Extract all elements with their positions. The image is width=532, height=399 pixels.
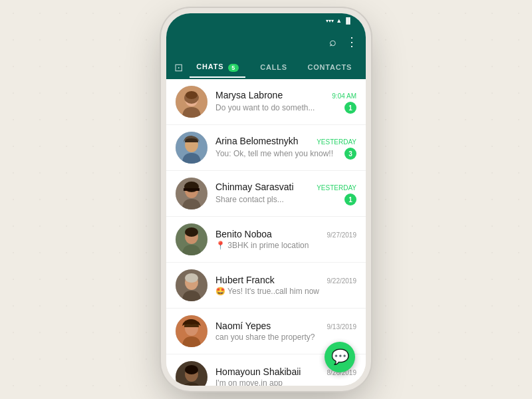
status-bar: ▾▾▾ ▲ ▐▌ bbox=[166, 13, 366, 28]
chat-bottom: 📍 3BHK in prime location bbox=[215, 241, 356, 250]
app-header: ⌕ ⋮ ⊡ CHATS 5 CALLS CONTACTS bbox=[166, 28, 366, 79]
avatar bbox=[176, 223, 207, 255]
chat-time: 9/27/2019 bbox=[327, 231, 357, 239]
chat-time: YESTERDAY bbox=[317, 138, 356, 146]
chat-top: Naomí Yepes 9/13/2019 bbox=[215, 321, 356, 331]
chat-time: 9:04 AM bbox=[332, 92, 356, 100]
chat-bottom: Do you want to do someth... 1 bbox=[215, 102, 356, 114]
chat-name: Chinmay Sarasvati bbox=[215, 182, 294, 192]
chat-content: Hubert Franck 9/22/2019 🤩 Yes! It's true… bbox=[215, 275, 356, 296]
chat-top: Marysa Labrone 9:04 AM bbox=[215, 90, 356, 100]
chats-badge: 5 bbox=[228, 64, 239, 72]
chat-item[interactable]: Benito Noboa 9/27/2019 📍 3BHK in prime l… bbox=[166, 217, 366, 263]
chat-name: Arina Belomestnykh bbox=[215, 136, 299, 146]
chat-preview: You: Ok, tell me when you know!! bbox=[215, 149, 340, 158]
chat-time: YESTERDAY bbox=[317, 184, 356, 192]
tabs: ⊡ CHATS 5 CALLS CONTACTS bbox=[174, 56, 358, 79]
svg-point-15 bbox=[185, 273, 198, 283]
avatar bbox=[176, 361, 207, 386]
chat-item[interactable]: Chinmay Sarasvati YESTERDAY Share contac… bbox=[166, 171, 366, 217]
chat-top: Arina Belomestnykh YESTERDAY bbox=[215, 136, 356, 146]
unread-badge: 3 bbox=[344, 148, 356, 160]
chat-content: Benito Noboa 9/27/2019 📍 3BHK in prime l… bbox=[215, 229, 356, 250]
chat-bottom: 🤩 Yes! It's true..call him now bbox=[215, 287, 356, 296]
chat-preview: Do you want to do someth... bbox=[215, 103, 340, 112]
battery-icon: ▐▌ bbox=[344, 17, 352, 24]
menu-icon[interactable]: ⋮ bbox=[346, 35, 358, 49]
chat-bottom: can you share the property? bbox=[215, 332, 356, 342]
avatar bbox=[176, 178, 207, 209]
chat-bottom: I'm on move.in app bbox=[215, 378, 356, 386]
chat-content: Naomí Yepes 9/13/2019 can you share the … bbox=[215, 321, 356, 342]
chat-top: Benito Noboa 9/27/2019 bbox=[215, 229, 356, 239]
compose-fab[interactable]: 💬 bbox=[325, 342, 355, 372]
avatar bbox=[176, 132, 207, 164]
header-actions: ⌕ ⋮ bbox=[329, 35, 358, 49]
tab-contacts[interactable]: CONTACTS bbox=[302, 58, 358, 78]
chat-name: Hubert Franck bbox=[215, 275, 275, 285]
svg-point-12 bbox=[185, 227, 198, 237]
chat-item[interactable]: Marysa Labrone 9:04 AM Do you want to do… bbox=[166, 79, 366, 125]
avatar bbox=[176, 315, 207, 347]
chat-time: 9/13/2019 bbox=[327, 323, 357, 331]
chat-bottom: Share contact pls... 1 bbox=[215, 194, 356, 205]
camera-tab[interactable]: ⊡ bbox=[174, 56, 190, 79]
chat-preview: I'm on move.in app bbox=[215, 378, 356, 386]
chat-preview: Share contact pls... bbox=[215, 195, 340, 204]
chat-content: Marysa Labrone 9:04 AM Do you want to do… bbox=[215, 90, 356, 114]
header-top: ⌕ ⋮ bbox=[174, 35, 358, 56]
chat-list: Marysa Labrone 9:04 AM Do you want to do… bbox=[166, 79, 366, 386]
chat-content: Chinmay Sarasvati YESTERDAY Share contac… bbox=[215, 182, 356, 205]
unread-badge: 1 bbox=[344, 194, 356, 205]
wifi-icon: ▲ bbox=[336, 17, 342, 24]
chat-preview: 🤩 Yes! It's true..call him now bbox=[215, 287, 356, 296]
compose-icon: 💬 bbox=[331, 348, 349, 366]
chat-bottom: You: Ok, tell me when you know!! 3 bbox=[215, 148, 356, 160]
search-icon[interactable]: ⌕ bbox=[329, 35, 336, 49]
svg-rect-9 bbox=[184, 188, 200, 191]
chat-content: Arina Belomestnykh YESTERDAY You: Ok, te… bbox=[215, 136, 356, 160]
chat-time: 9/22/2019 bbox=[327, 277, 357, 285]
avatar bbox=[176, 269, 207, 301]
chat-name: Naomí Yepes bbox=[215, 321, 271, 331]
chat-preview: can you share the property? bbox=[215, 332, 356, 342]
chat-name: Marysa Labrone bbox=[215, 90, 283, 100]
signal-icon: ▾▾▾ bbox=[326, 18, 334, 24]
status-icons: ▾▾▾ ▲ ▐▌ bbox=[326, 17, 352, 24]
svg-point-3 bbox=[186, 91, 198, 99]
tab-calls[interactable]: CALLS bbox=[245, 58, 301, 78]
tab-chats[interactable]: CHATS 5 bbox=[190, 57, 245, 77]
phone-frame: ▾▾▾ ▲ ▐▌ ⌕ ⋮ ⊡ CHATS 5 bbox=[166, 13, 366, 386]
avatar bbox=[176, 86, 207, 118]
unread-badge: 1 bbox=[344, 102, 356, 114]
chat-top: Hubert Franck 9/22/2019 bbox=[215, 275, 356, 285]
chat-top: Chinmay Sarasvati YESTERDAY bbox=[215, 182, 356, 192]
svg-point-20 bbox=[185, 365, 198, 374]
camera-icon: ⊡ bbox=[174, 62, 183, 73]
chat-name: Homayoun Shakibaii bbox=[215, 366, 301, 377]
chat-preview: 📍 3BHK in prime location bbox=[215, 241, 356, 250]
chat-item[interactable]: Arina Belomestnykh YESTERDAY You: Ok, te… bbox=[166, 125, 366, 171]
chat-name: Benito Noboa bbox=[215, 229, 272, 239]
chat-item[interactable]: Hubert Franck 9/22/2019 🤩 Yes! It's true… bbox=[166, 263, 366, 309]
